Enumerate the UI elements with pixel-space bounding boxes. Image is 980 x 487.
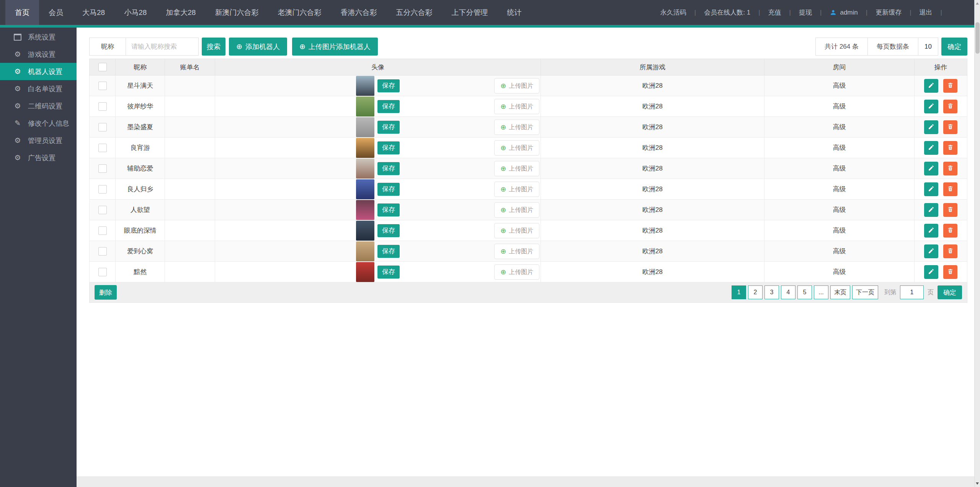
search-input[interactable] <box>126 38 199 56</box>
page-button[interactable]: 末页 <box>830 285 850 299</box>
delete-row-button[interactable] <box>943 162 957 175</box>
edit-button[interactable] <box>924 141 938 155</box>
edit-button[interactable] <box>924 162 938 175</box>
save-button[interactable]: 保存 <box>377 162 400 175</box>
add-robot-button[interactable]: ⊕ 添加机器人 <box>229 38 287 56</box>
upload-add-robot-button[interactable]: ⊕ 上传图片添加机器人 <box>292 38 378 56</box>
row-checkbox[interactable] <box>98 123 107 131</box>
upload-image-button[interactable]: ⊕ 上传图片 <box>494 223 539 238</box>
delete-row-button[interactable] <box>943 224 957 238</box>
delete-row-button[interactable] <box>943 244 957 258</box>
nav-tab[interactable]: 上下分管理 <box>442 0 497 25</box>
upload-image-button[interactable]: ⊕ 上传图片 <box>494 244 539 259</box>
topbar-meta-item[interactable]: 提现 <box>799 8 830 17</box>
upload-image-button[interactable]: ⊕ 上传图片 <box>494 140 539 156</box>
goto-page-input[interactable] <box>900 285 924 299</box>
sidebar-item[interactable]: ⚙ 机器人设置 <box>0 63 77 80</box>
save-button[interactable]: 保存 <box>377 266 400 279</box>
nav-tab[interactable]: 首页 <box>5 0 39 25</box>
nav-tab[interactable]: 统计 <box>497 0 531 25</box>
edit-button[interactable] <box>924 100 938 113</box>
upload-image-button[interactable]: ⊕ 上传图片 <box>494 120 539 135</box>
topbar-meta-item[interactable]: 会员在线人数: 1 <box>704 8 768 17</box>
save-button[interactable]: 保存 <box>377 224 400 237</box>
save-button[interactable]: 保存 <box>377 100 400 113</box>
save-button[interactable]: 保存 <box>377 121 400 134</box>
upload-image-button[interactable]: ⊕ 上传图片 <box>494 182 539 197</box>
topbar-meta-item[interactable]: 更新缓存 <box>875 8 919 17</box>
topbar-meta-item[interactable]: admin <box>830 9 875 16</box>
scrollbar-thumb[interactable] <box>975 22 980 54</box>
save-button[interactable]: 保存 <box>377 79 400 92</box>
save-button[interactable]: 保存 <box>377 183 400 196</box>
sidebar-item[interactable]: ✎ 修改个人信息 <box>0 115 77 132</box>
nav-tab[interactable]: 新澳门六合彩 <box>205 0 268 25</box>
upload-image-button[interactable]: ⊕ 上传图片 <box>494 99 539 114</box>
edit-button[interactable] <box>924 182 938 196</box>
edit-button[interactable] <box>924 224 938 238</box>
upload-image-button[interactable]: ⊕ 上传图片 <box>494 264 539 280</box>
edit-button[interactable] <box>924 203 938 217</box>
edit-button[interactable] <box>924 265 938 279</box>
sidebar-item[interactable]: ⚙ 广告设置 <box>0 149 77 166</box>
nav-tab[interactable]: 五分六合彩 <box>386 0 442 25</box>
scroll-down-icon[interactable] <box>976 482 979 485</box>
sidebar-item[interactable]: 系统设置 <box>0 28 77 46</box>
upload-image-button[interactable]: ⊕ 上传图片 <box>494 161 539 176</box>
topbar-meta-item[interactable]: 退出 <box>920 8 950 17</box>
page-button[interactable]: 4 <box>781 285 795 299</box>
topbar-meta-item[interactable]: 永久活码 <box>660 8 704 17</box>
sidebar-item[interactable]: ⚙ 二维码设置 <box>0 97 77 115</box>
goto-confirm-button[interactable]: 确定 <box>938 285 962 299</box>
page-button[interactable]: 3 <box>764 285 779 299</box>
nav-tab[interactable]: 小马28 <box>114 0 156 25</box>
select-all-checkbox[interactable] <box>98 63 107 71</box>
delete-row-button[interactable] <box>943 182 957 196</box>
save-button[interactable]: 保存 <box>377 141 400 154</box>
delete-row-button[interactable] <box>943 265 957 279</box>
edit-button[interactable] <box>924 79 938 93</box>
delete-row-button[interactable] <box>943 100 957 113</box>
row-checkbox[interactable] <box>98 164 107 173</box>
row-checkbox[interactable] <box>98 226 107 235</box>
nav-tab[interactable]: 老澳门六合彩 <box>268 0 331 25</box>
edit-button[interactable] <box>924 120 938 134</box>
row-checkbox[interactable] <box>98 82 107 90</box>
filter-row: 昵称 搜索 ⊕ 添加机器人 ⊕ 上传图片添加机器人 共计 264 条 <box>89 28 967 56</box>
edit-button[interactable] <box>924 244 938 258</box>
page-button[interactable]: 5 <box>797 285 812 299</box>
row-checkbox[interactable] <box>98 247 107 256</box>
search-button[interactable]: 搜索 <box>202 38 225 56</box>
vertical-scrollbar[interactable] <box>974 0 980 487</box>
sidebar-item[interactable]: ⚙ 游戏设置 <box>0 46 77 63</box>
row-checkbox[interactable] <box>98 268 107 276</box>
page-button[interactable]: ... <box>814 285 828 299</box>
row-checkbox[interactable] <box>98 102 107 111</box>
save-button[interactable]: 保存 <box>377 245 400 258</box>
delete-row-button[interactable] <box>943 79 957 93</box>
per-page-input[interactable] <box>918 38 938 55</box>
topbar-meta-item[interactable]: 充值 <box>768 8 799 17</box>
circle-plus-icon: ⊕ <box>500 103 506 110</box>
nav-tab[interactable]: 大马28 <box>73 0 114 25</box>
row-checkbox[interactable] <box>98 185 107 193</box>
nav-tab[interactable]: 香港六合彩 <box>331 0 386 25</box>
upload-image-button[interactable]: ⊕ 上传图片 <box>494 202 539 218</box>
nav-tab[interactable]: 加拿大28 <box>156 0 205 25</box>
nav-tab[interactable]: 会员 <box>39 0 73 25</box>
row-checkbox[interactable] <box>98 206 107 214</box>
page-button[interactable]: 1 <box>732 285 746 299</box>
delete-row-button[interactable] <box>943 141 957 155</box>
upload-image-button[interactable]: ⊕ 上传图片 <box>494 78 539 93</box>
delete-row-button[interactable] <box>943 120 957 134</box>
page-button[interactable]: 2 <box>748 285 763 299</box>
scroll-up-icon[interactable] <box>976 2 979 5</box>
bulk-delete-button[interactable]: 删除 <box>95 285 117 300</box>
per-page-confirm-button[interactable]: 确定 <box>941 38 967 56</box>
save-button[interactable]: 保存 <box>377 203 400 216</box>
sidebar-item[interactable]: ⚙ 管理员设置 <box>0 132 77 149</box>
sidebar-item[interactable]: ⚙ 白名单设置 <box>0 80 77 97</box>
page-button[interactable]: 下一页 <box>852 285 878 299</box>
row-checkbox[interactable] <box>98 144 107 152</box>
delete-row-button[interactable] <box>943 203 957 217</box>
